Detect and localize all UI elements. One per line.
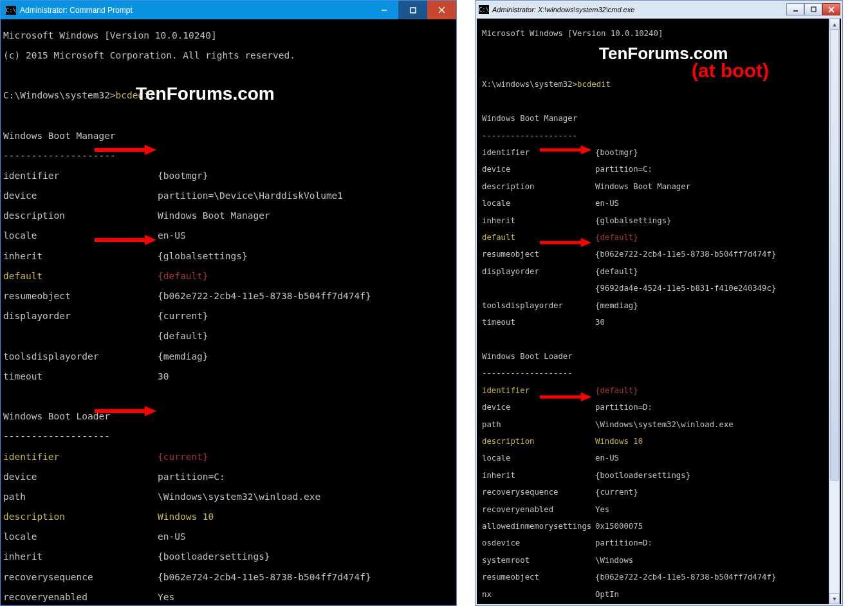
terminal-output[interactable]: Microsoft Windows [Version 10.0.10240] X… bbox=[479, 20, 838, 603]
section-title: Windows Boot Manager bbox=[3, 131, 454, 142]
close-button[interactable] bbox=[822, 3, 840, 15]
scroll-down-button[interactable]: ▼ bbox=[829, 593, 840, 604]
command: bcdedit bbox=[116, 90, 155, 100]
cmd-icon: C:\ bbox=[479, 5, 489, 14]
header-line: Microsoft Windows [Version 10.0.10240] bbox=[482, 30, 836, 38]
minimize-button[interactable] bbox=[786, 3, 804, 15]
header-line: (c) 2015 Microsoft Corporation. All righ… bbox=[3, 51, 454, 61]
cmd-window-left: C:\ Administrator: Command Prompt Micros… bbox=[0, 0, 457, 606]
command: bcdedit bbox=[577, 80, 611, 89]
terminal-output[interactable]: Microsoft Windows [Version 10.0.10240] (… bbox=[1, 19, 456, 605]
scroll-up-button[interactable]: ▲ bbox=[829, 19, 840, 30]
scroll-track[interactable] bbox=[829, 30, 840, 593]
scrollbar[interactable]: ▲ ▼ bbox=[829, 19, 840, 604]
section-title: Windows Boot Manager bbox=[482, 115, 836, 123]
minimize-button[interactable] bbox=[369, 1, 398, 19]
window-title: Administrator: Command Prompt bbox=[20, 6, 133, 15]
default-row: default{default} bbox=[482, 234, 836, 242]
maximize-button[interactable] bbox=[398, 1, 427, 19]
svg-rect-11 bbox=[811, 7, 816, 12]
svg-rect-1 bbox=[411, 8, 416, 13]
identifier-row: identifier{current} bbox=[3, 452, 454, 463]
prompt-line: X:\windows\system32>bcdedit bbox=[482, 80, 836, 89]
maximize-button[interactable] bbox=[804, 3, 822, 15]
prompt-line: C:\Windows\system32>bcdedit bbox=[3, 91, 454, 101]
scroll-thumb[interactable] bbox=[830, 30, 839, 481]
titlebar[interactable]: C:\ Administrator: Command Prompt bbox=[1, 1, 456, 19]
section-title: Windows Boot Loader bbox=[482, 353, 836, 361]
cmd-icon: C:\ bbox=[6, 6, 16, 15]
close-button[interactable] bbox=[427, 1, 456, 19]
identifier-row: identifier{default} bbox=[482, 387, 836, 395]
section-title: Windows Boot Loader bbox=[3, 412, 454, 422]
default-row: default{default} bbox=[3, 271, 454, 282]
header-line: Microsoft Windows [Version 10.0.10240] bbox=[3, 31, 454, 41]
titlebar[interactable]: C:\ Administrator: X:\windows\system32\c… bbox=[476, 1, 842, 19]
cmd-window-right: C:\ Administrator: X:\windows\system32\c… bbox=[475, 0, 843, 606]
window-title: Administrator: X:\windows\system32\cmd.e… bbox=[492, 6, 634, 14]
